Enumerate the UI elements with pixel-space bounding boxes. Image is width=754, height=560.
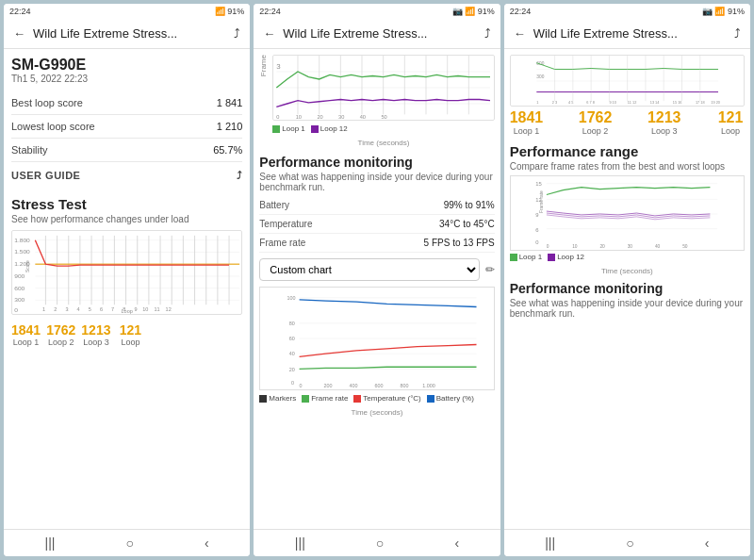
nav-bar-1: ||| ○ ‹ [4,529,250,556]
perf-sub-3: See what was happening inside your devic… [510,298,745,319]
nav-back-3[interactable]: ‹ [705,535,710,551]
signal-icons-2: 📷 📶 91% [452,7,495,16]
loop-label-2: Loop 2 [48,338,74,347]
back-button-2[interactable]: ← [261,25,277,42]
edit-icon[interactable]: ✏ [485,263,495,276]
svg-text:50: 50 [682,244,688,249]
temp-label: Temperature [259,219,312,229]
loop3-score-3: 1213 [647,109,681,126]
svg-text:6: 6 [535,227,538,233]
time-1: 22:24 [9,7,31,16]
range-legend: Loop 1 Loop 12 Time (seconds) [510,253,745,275]
panel-3: 22:24 📷 📶 91% ← Wild Life Extreme Stress… [504,4,750,556]
device-name: SM-G990E [11,57,242,74]
svg-text:40: 40 [289,351,295,356]
share-button-1[interactable]: ⤴ [232,25,242,42]
nav-back-2[interactable]: ‹ [454,535,459,551]
stability-label: Stability [11,144,48,156]
svg-text:0: 0 [14,306,18,313]
loop-label-3: Loop 3 [83,338,109,347]
share-button-3[interactable]: ⤴ [732,25,743,42]
svg-text:600: 600 [375,383,384,388]
temp-value: 34°C to 45°C [439,219,495,229]
loop-label-1: Loop 1 [13,338,40,347]
svg-text:19 20: 19 20 [711,101,720,105]
title-3: Wild Life Extreme Stress... [533,26,727,41]
svg-text:20: 20 [599,244,605,249]
nav-home-3[interactable]: ○ [626,535,633,551]
perf-fps: Frame rate 5 FPS to 13 FPS [259,234,494,253]
stability-value: 65.7% [213,144,242,156]
nav-menu-1[interactable]: ||| [45,535,56,551]
title-1: Wild Life Extreme Stress... [33,26,226,41]
svg-text:7: 7 [111,306,114,312]
svg-text:300: 300 [14,297,25,304]
range-sub: Compare frame rates from the best and wo… [510,161,745,172]
custom-chart-dropdown[interactable]: Custom chart [259,258,479,281]
nav-back-1[interactable]: ‹ [205,535,209,551]
share-button-2[interactable]: ⤴ [483,25,493,42]
status-bar-2: 22:24 📷 📶 91% [254,4,500,19]
loop-score-2: 1762 [46,322,75,338]
svg-text:50: 50 [382,114,387,120]
svg-text:0: 0 [291,380,294,386]
loop3-label-1: Loop 1 [514,126,540,136]
svg-text:10: 10 [142,306,148,312]
loop3-item-1: 1841 Loop 1 [510,109,544,136]
svg-text:1.000: 1.000 [423,383,436,388]
loop3-label-3: Loop 3 [651,126,678,136]
svg-text:20: 20 [318,114,323,120]
svg-text:0: 0 [547,244,549,249]
title-2: Wild Life Extreme Stress... [283,26,476,41]
battery-label: Battery [259,200,289,210]
status-bar-3: 22:24 📷 📶 91% [504,4,750,19]
lowest-label: Lowest loop score [11,121,95,132]
nav-home-2[interactable]: ○ [376,535,384,551]
time-3: 22:24 [510,7,532,16]
stress-chart: 1.800 1.500 1.200 900 600 300 0 [11,230,242,315]
loop3-score-2: 1762 [579,109,613,126]
nav-bar-2: ||| ○ ‹ [254,529,500,556]
device-date: Th1 5, 2022 22:23 [11,74,242,84]
svg-text:400: 400 [350,383,358,388]
perf-title-2: Performance monitoring [259,155,494,170]
content-2: Frame 3 [254,49,500,529]
fps-label: Frame rate [259,238,305,248]
svg-text:9: 9 [535,212,538,218]
time-2: 22:24 [259,7,281,16]
best-value: 1 841 [217,97,243,108]
svg-text:30: 30 [627,244,632,249]
svg-text:60: 60 [289,336,295,341]
svg-text:40: 40 [360,114,366,120]
svg-text:5: 5 [89,306,91,312]
nav-menu-2[interactable]: ||| [295,535,305,551]
loop-score-4: 121 [120,322,141,338]
share-icon[interactable]: ⤴ [237,170,243,181]
perf-battery: Battery 99% to 91% [259,196,494,215]
loop-item-4: 121 Loop [116,322,144,347]
perf-range-chart: 15 12 9 6 0 0 10 20 30 40 [510,175,745,251]
content-3: 600 300 1 2 3 4 5 6 7 8 9 10 11 12 13 [504,49,750,529]
user-guide-label: USER GUIDE [11,170,80,181]
loop-item-1: 1841 Loop 1 [11,322,41,347]
svg-text:30: 30 [338,114,344,120]
svg-text:1.800: 1.800 [14,237,30,243]
svg-text:0: 0 [277,114,280,120]
svg-text:12: 12 [166,306,172,312]
svg-text:Frame rate: Frame rate [539,190,544,213]
user-guide-row[interactable]: USER GUIDE ⤴ [11,162,242,189]
svg-text:9 10: 9 10 [609,101,615,105]
dropdown-row: Custom chart ✏ [259,258,494,281]
svg-text:3: 3 [65,306,68,312]
svg-text:Loop: Loop [122,308,133,314]
back-button-3[interactable]: ← [512,25,528,42]
perf-temp: Temperature 34°C to 45°C [259,215,494,234]
loop-scores-3: 1841 Loop 1 1762 Loop 2 1213 Loop 3 121 … [510,109,745,136]
range-title: Performance range [510,143,745,159]
back-button-1[interactable]: ← [11,25,27,42]
loop3-item-3: 1213 Loop 3 [647,109,681,136]
svg-text:6 7 8: 6 7 8 [586,101,595,105]
nav-home-1[interactable]: ○ [126,535,134,551]
fps-value: 5 FPS to 13 FPS [424,238,495,248]
nav-menu-3[interactable]: ||| [545,535,555,551]
